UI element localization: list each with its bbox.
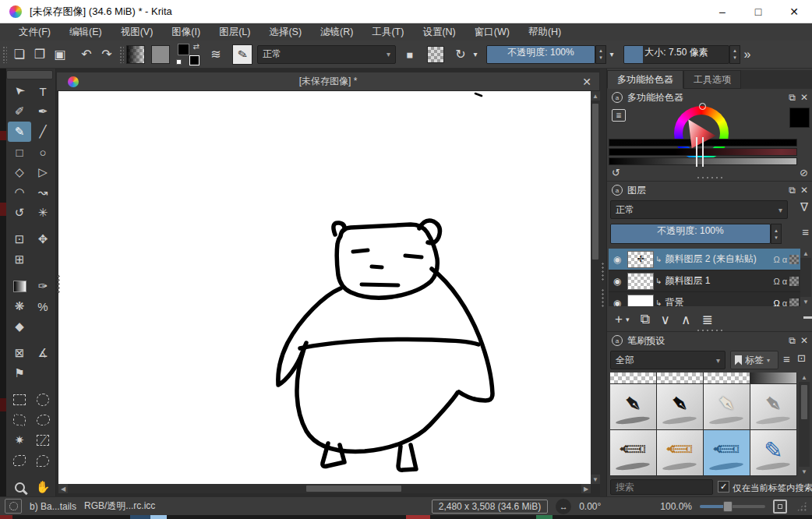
subwindow-titlebar[interactable]: [未保存图像] * ✕ bbox=[56, 72, 600, 91]
scroll-right-icon[interactable]: ▶ bbox=[581, 484, 591, 493]
duplicate-layer-button[interactable]: ⧉ bbox=[640, 312, 649, 327]
tool-line[interactable]: ╱ bbox=[31, 122, 55, 142]
tool-ellipse-select[interactable] bbox=[31, 390, 55, 410]
tool-freehand-select[interactable] bbox=[31, 410, 55, 430]
brush-preset-selected[interactable]: 🖉 bbox=[704, 430, 750, 475]
alpha-lock-icon[interactable]: α bbox=[782, 277, 787, 286]
zoom-slider-handle[interactable] bbox=[723, 501, 733, 512]
brush-preset[interactable] bbox=[657, 372, 703, 383]
layer-thumbnail[interactable] bbox=[627, 295, 654, 307]
visibility-eye-icon[interactable]: ◉ bbox=[610, 254, 624, 265]
layer-thumbnail[interactable] bbox=[627, 273, 654, 290]
scroll-down-icon[interactable]: ▼ bbox=[591, 475, 600, 484]
menu-layer[interactable]: 图层(L) bbox=[219, 26, 250, 39]
tool-transform[interactable]: ⊡ bbox=[8, 229, 31, 249]
layer-opacity-slider[interactable]: 不透明度: 100% bbox=[610, 224, 771, 244]
brush-preset[interactable]: 🖉 bbox=[657, 430, 703, 475]
brush-filter-dropdown[interactable]: 全部 ▾ bbox=[610, 351, 726, 369]
gradient-swatch[interactable] bbox=[126, 45, 145, 64]
canvas-vertical-scrollbar[interactable]: ▲ ▼ bbox=[591, 91, 600, 484]
new-document-icon[interactable]: ❏ bbox=[9, 44, 30, 65]
layer-opacity-spinner[interactable]: ▴▾ bbox=[771, 224, 782, 244]
inherit-alpha-icon[interactable] bbox=[789, 255, 799, 264]
tool-calligraphy[interactable]: ✒ bbox=[31, 101, 55, 122]
tool-reference-images[interactable]: ⚑ bbox=[8, 363, 31, 383]
brush-preset[interactable]: ✒ bbox=[704, 384, 750, 429]
zoom-to-100-button[interactable] bbox=[773, 500, 787, 514]
float-docker-icon[interactable]: ⧉ bbox=[789, 335, 796, 346]
preserve-alpha-icon[interactable] bbox=[427, 46, 444, 63]
canvas[interactable] bbox=[58, 91, 591, 484]
hue-indicator[interactable] bbox=[699, 103, 706, 110]
tool-color-sampler[interactable]: ✑ bbox=[31, 276, 55, 296]
canvas-horizontal-scrollbar[interactable]: ◀ ▶ bbox=[58, 484, 591, 493]
brush-preset[interactable]: ✏ bbox=[750, 430, 796, 475]
brush-editor-button[interactable]: ✎ bbox=[232, 44, 252, 65]
image-size-indicator[interactable]: 2,480 x 3,508 (34.6 MiB) bbox=[432, 500, 548, 514]
brush-search-input[interactable] bbox=[610, 479, 713, 495]
scroll-left-icon[interactable]: ◀ bbox=[58, 484, 68, 493]
tag-button[interactable]: 标签 ▾ bbox=[730, 351, 778, 369]
visibility-eye-icon[interactable]: ◉ bbox=[610, 276, 624, 287]
layer-name[interactable]: 背景 bbox=[665, 296, 770, 306]
tool-rect-select[interactable] bbox=[8, 390, 31, 410]
zoom-slider[interactable] bbox=[700, 505, 765, 508]
reload-dropdown-icon[interactable]: ▾ bbox=[471, 44, 480, 65]
close-docker-icon[interactable]: ✕ bbox=[800, 335, 808, 346]
toolbox-drag-handle[interactable] bbox=[6, 70, 53, 79]
layer-name[interactable]: 颜料图层 2 (来自粘贴) bbox=[665, 252, 770, 266]
left-splitter-handle[interactable] bbox=[57, 274, 61, 295]
layer-filter-icon[interactable]: ∇ bbox=[800, 200, 808, 214]
menu-select[interactable]: 选择(S) bbox=[269, 26, 302, 39]
tool-pan[interactable]: ✋ bbox=[31, 477, 55, 497]
lock-icon[interactable]: a bbox=[612, 335, 623, 346]
menu-file[interactable]: 文件(F) bbox=[19, 26, 51, 39]
tool-ellipse[interactable]: ○ bbox=[31, 142, 55, 162]
layer-menu-icon[interactable]: ≡ bbox=[802, 225, 808, 238]
opacity-dropdown-icon[interactable]: ▾ bbox=[606, 44, 617, 65]
layer-properties-button[interactable]: ≣ bbox=[702, 312, 713, 328]
docker-resize-handle[interactable] bbox=[696, 176, 724, 179]
tool-smart-patch[interactable]: % bbox=[31, 296, 55, 316]
tool-select-shapes[interactable]: ➤ bbox=[8, 81, 31, 101]
close-docker-icon[interactable]: ✕ bbox=[800, 185, 808, 196]
undo-icon[interactable]: ↶ bbox=[76, 44, 97, 65]
brush-preset[interactable] bbox=[750, 372, 796, 383]
fg-bg-color-widget[interactable]: ⇄ bbox=[176, 44, 199, 65]
tool-assistants[interactable]: ⊠ bbox=[8, 343, 31, 363]
vscroll-thumb[interactable] bbox=[592, 104, 598, 260]
layer-row-paint2[interactable]: ◉ ↳ 颜料图层 2 (来自粘贴) Ω α bbox=[609, 249, 800, 270]
reset-icon[interactable]: ↺ bbox=[612, 167, 620, 178]
layer-blend-dropdown[interactable]: 正常 ▾ bbox=[610, 200, 788, 219]
tool-magnetic-select[interactable] bbox=[31, 450, 55, 471]
color-bar-handle[interactable] bbox=[696, 137, 704, 167]
tool-crop[interactable]: ⊞ bbox=[8, 249, 31, 270]
alpha-lock-icon[interactable]: α bbox=[782, 298, 787, 307]
brush-display-mode-icon[interactable]: ≡ bbox=[783, 352, 790, 365]
toolbar-overflow-button[interactable]: » bbox=[740, 44, 754, 65]
tool-freehand-brush[interactable]: ✎ bbox=[8, 122, 31, 142]
toolbar-grip-2[interactable] bbox=[119, 46, 124, 63]
brush-preset[interactable]: ✒ bbox=[750, 384, 796, 429]
tool-similar-color-select[interactable]: ✷ bbox=[8, 430, 31, 450]
opacity-spinner[interactable]: ▴▾ bbox=[595, 45, 606, 64]
layer-row-paint1[interactable]: ◉ ↳ 颜料图层 1 Ω α bbox=[609, 270, 800, 292]
picker-settings-icon[interactable]: ≣ bbox=[612, 109, 626, 122]
size-spinner[interactable]: ▴▾ bbox=[729, 45, 740, 64]
brush-preset[interactable] bbox=[704, 372, 750, 383]
swap-colors-icon[interactable]: ⇄ bbox=[193, 42, 199, 51]
layer-lock-icon[interactable]: Ω bbox=[773, 255, 779, 264]
blend-mode-dropdown[interactable]: 正常 ▾ bbox=[257, 45, 396, 64]
menu-image[interactable]: 图像(I) bbox=[171, 26, 200, 39]
layer-style-icon[interactable]: ↳ bbox=[655, 298, 662, 306]
close-docker-icon[interactable]: ✕ bbox=[800, 92, 808, 103]
brush-scroll-thumb[interactable] bbox=[801, 385, 807, 419]
opacity-slider[interactable]: 不透明度: 100% bbox=[486, 45, 595, 64]
scroll-down-icon[interactable]: ▼ bbox=[799, 467, 810, 476]
right-splitter-handle[interactable] bbox=[601, 262, 605, 282]
tool-edit-shapes[interactable]: ✐ bbox=[8, 101, 31, 122]
scroll-down-icon[interactable]: ▼ bbox=[800, 297, 811, 306]
open-document-icon[interactable]: ❐ bbox=[30, 44, 50, 65]
layer-row-background[interactable]: ◉ ↳ 背景 Ω α bbox=[609, 292, 800, 306]
foreground-color[interactable] bbox=[178, 44, 189, 55]
